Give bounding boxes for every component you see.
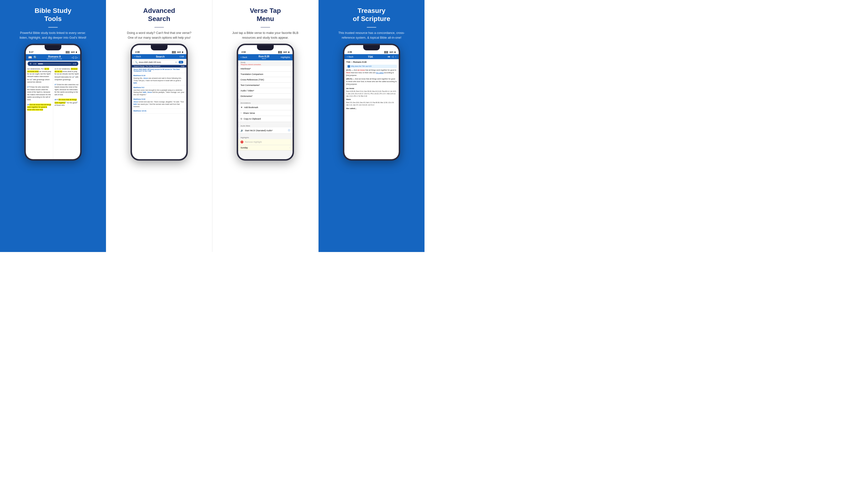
phone-2-nav-title: Search [156,55,165,58]
prev-chapter-icon[interactable]: ◁ [72,56,74,59]
book-icon[interactable]: 📖 [28,56,32,59]
menu-item-interlinear[interactable]: Interlinear* [238,66,292,72]
wifi-icon-2: WiFi [177,51,181,53]
menu-item-translation-comparison[interactable]: Translation Comparison [238,72,292,77]
phone-1-screen: 5:17 ▌▌▌ WiFi ▮ 📖 🔍 Romans 8 NKJV (onlin… [26,45,80,159]
search-icon[interactable]: 🔍 [33,56,37,59]
phone-1-nav-right-icons: ◁ ▷ [72,56,78,59]
phone-3-menu: Study*Requires internet connection. Inte… [238,60,292,159]
tsk-section-title: TSK :: Romans 8:28 [346,60,397,64]
requires-internet-label: *Requires internet connection. [240,64,261,66]
verse-text-2: Just then some men brought to him a para… [133,89,185,96]
prev-icon[interactable]: ◁ [392,55,394,58]
phone-2-results-header: Jesus AND (faith OR love) occurs in 56 v… [132,68,186,73]
back-button-2[interactable]: < Back [134,55,141,58]
phone-2-search-query[interactable]: Jesus AND (faith OR love) [139,61,174,63]
menu-item-cross-references[interactable]: Cross-References (TSK) [238,77,292,83]
phone-1-audio-total: -4:32 [73,63,76,65]
skip-back-icon[interactable]: ⏮ [387,55,390,58]
remove-highlight-label: Remove Highlight [245,141,262,143]
next-chapter-icon[interactable]: ▷ [75,56,78,59]
back-button-4[interactable]: < Back [347,56,354,58]
info-icon[interactable]: ⓘ [288,129,290,132]
phone-4-status-icons: ▌▌▌ WiFi ▮ [384,51,395,53]
panel-2-title: AdvancedSearch [143,7,175,23]
panel-verse-tap-menu: Verse TapMenu Just tap a Bible verse to … [212,0,318,252]
tsk-the-called-section: the called... [346,107,397,110]
phone-2-search-range: Search Range: The New Testament Help [132,65,186,68]
audio-video-label: Audio / Video* [240,89,254,92]
panel-1-title: Bible StudyTools [35,7,71,23]
panel-2-desc: Doing a word study? Can't find that one … [126,31,193,40]
panel-1-divider [48,27,58,28]
them-title: them [346,98,397,101]
we-know-refs: Rom 8:35-39; Rom 5:3,4; Gen 50:20; Deu 8… [346,90,397,97]
phone-3-time: 2:02 [241,51,246,53]
menu-section-audio-bible: Audio Bible [238,124,292,127]
phone-2-time: 2:08 [135,51,140,53]
menu-item-copy-to-clipboard[interactable]: ⧉ Copy to Clipboard [238,116,292,122]
speaker-icon: 🔊 [240,129,243,132]
play-pause-icon[interactable]: ⏸ [30,62,32,65]
menu-section-highlights: Highlights [238,136,292,139]
phone-4-nav-title: TSK [368,55,373,58]
wifi-icon-4: WiFi [390,51,394,53]
we-know-red-1: we know [358,69,365,71]
menu-item-commentaries[interactable]: Text Commentaries* [238,83,292,88]
highlights-button[interactable]: Highlights [281,56,290,58]
phone-2-results: Matthew 8:10 Hearing this, Jesus was ama… [132,73,186,159]
phone-1-status-bar: 5:17 ▌▌▌ WiFi ▮ [26,45,80,54]
tsk-question[interactable]: ? Why does the TSK use KJV [346,65,397,68]
menu-divider-1 [238,99,292,101]
next-icon[interactable]: ↑ [395,55,396,58]
called-link[interactable]: the called [376,72,384,74]
tsk-kjv-text: (KJV) — And we know that all things work… [346,69,397,77]
phone-4: 2:06 ▌▌▌ WiFi ▮ < Back TSK ⏮ ◁ ↑ TSK [343,44,400,161]
phone-1-bible-content: our weaknesses. For we do not know what … [26,67,80,159]
phone-4-nav: < Back TSK ⏮ ◁ ↑ [344,54,399,59]
phone-2-status-icons: ▌▌▌ WiFi ▮ [172,51,183,53]
kjv-label: (KJV) — [346,69,354,71]
phone-4-nav-icons: ⏮ ◁ ↑ [387,55,396,58]
panel-1-desc: Powerful Bible study tools linked to eve… [20,31,86,40]
back-button-3[interactable]: < Back [240,56,247,58]
phone-1-time: 5:17 [29,51,33,53]
verse-result-matthew-1431[interactable]: Matthew 14:31 [132,109,186,113]
tsk-them-section: them Rom 5:5; Exo 20:6; Deu 6:5; Neh 1:5… [346,98,397,106]
menu-divider-2 [238,122,292,124]
menu-section-annotations: Annotations [238,101,292,105]
tsk-nkjv-text: (NKJV) — And we know that all things wor… [346,78,397,86]
verse-result-matthew-92[interactable]: Matthew 9:2 Just then some men brought t… [132,86,186,97]
menu-item-start-audio[interactable]: 🔊 Start NKJV (Narrated) Audio* ⓘ [238,127,292,133]
nkjv-label: (NKJV) — [346,78,355,80]
clear-search-icon[interactable]: ✕ [175,61,177,64]
search-range-label[interactable]: Search Range: The New Testament [134,66,160,67]
version-label-2[interactable]: CSB [179,55,184,58]
phone-3-status-icons: ▌▌▌ WiFi ▮ [278,51,289,53]
verse-result-matthew-810[interactable]: Matthew 8:10 Hearing this, Jesus was ama… [132,73,186,85]
menu-item-audio-video[interactable]: Audio / Video* [238,88,292,93]
phone-1-audio-player[interactable]: ⏸ 0:56 -4:32 [28,61,78,66]
panel-bible-study-tools: Bible StudyTools Powerful Bible study to… [0,0,106,252]
search-icon-2: 🔍 [135,61,138,64]
battery-icon-3: ▮ [288,51,289,53]
menu-item-remove-highlight[interactable]: ✕ Remove Highlight [238,139,292,145]
phone-3-nav-version: NKJV [259,58,269,59]
menu-item-share-verse[interactable]: ↑ Share Verse [238,110,292,116]
go-button[interactable]: Go [179,61,183,64]
phone-2-screen: 2:08 ▌▌▌ WiFi ▮ < Back Search CSB 🔍 Jesu… [132,45,186,159]
cross-references-label: Cross-References (TSK) [240,78,264,81]
menu-item-add-bookmark[interactable]: ★ Add Bookmark [238,105,292,110]
menu-item-dictionaries[interactable]: Dictionaries* [238,93,292,99]
verse-result-matthew-922[interactable]: Matthew 9:22 Jesus turned and saw her. "… [132,97,186,109]
phone-4-content: TSK :: Romans 8:28 ? Why does the TSK us… [344,59,399,159]
phone-1-nav-center: Romans 8 NKJV (online) | CSB [47,55,62,60]
menu-section-study: Study*Requires internet connection. [238,60,292,66]
add-bookmark-label: Add Bookmark [244,106,258,109]
phone-1-audio-progress[interactable] [38,64,71,64]
menu-item-sunday[interactable]: Sunday › [238,145,292,150]
phone-3-nav-ref: Rom 8:28 [259,55,269,58]
phone-1-nav-left-icons: 📖 🔍 [28,56,37,59]
help-button[interactable]: Help [181,66,184,67]
phone-2-search-bar[interactable]: 🔍 Jesus AND (faith OR love) ✕ Go [133,60,185,65]
